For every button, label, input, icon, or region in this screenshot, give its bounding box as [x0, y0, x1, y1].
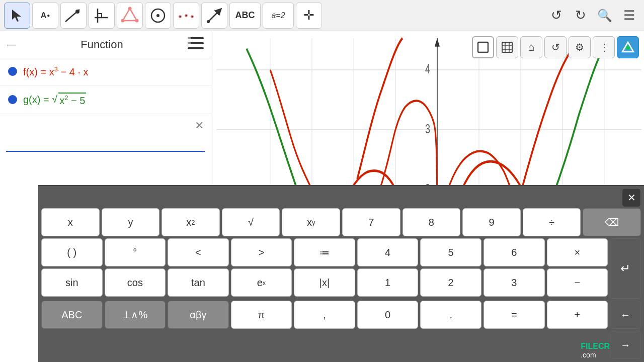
keyboard-rows-2-3: ( ) ° < > ≔ 4 5 6 × sin cos tan ex |x| 1	[41, 238, 608, 299]
key-gt[interactable]: >	[231, 238, 292, 266]
key-0[interactable]: 0	[357, 301, 419, 329]
function-item-g[interactable]: g(x) = √x2 − 5	[0, 85, 211, 115]
tool-vector[interactable]	[201, 3, 227, 29]
key-cos[interactable]: cos	[105, 268, 166, 297]
svg-point-2	[75, 10, 79, 14]
graph-btn-home[interactable]: ⌂	[520, 36, 542, 58]
function-expression-g: g(x) = √x2 − 5	[23, 93, 86, 107]
menu-button[interactable]: ☰	[618, 5, 640, 27]
key-tan[interactable]: tan	[168, 268, 229, 297]
key-divide[interactable]: ÷	[523, 208, 581, 236]
key-sqrt[interactable]: √	[222, 208, 280, 236]
key-pi[interactable]: π	[231, 301, 292, 329]
keyboard-rows: x y x2 √ xy 7 8 9 ÷ ⌫ ( ) ° < > ≔ 4 5	[38, 208, 644, 362]
key-ex[interactable]: ex	[231, 268, 292, 297]
tool-slider[interactable]: a=2	[263, 3, 294, 29]
tool-move[interactable]: ✛	[296, 3, 322, 29]
graph-fx-line2	[521, 42, 579, 193]
key-abs[interactable]: |x|	[294, 268, 355, 297]
key-4[interactable]: 4	[357, 238, 419, 266]
keyboard-row-4: ABC ⊥∧% αβγ π , 0 . = +	[41, 301, 608, 329]
key-1[interactable]: 1	[357, 268, 419, 297]
sidebar-header: — Function	[0, 31, 211, 58]
tool-conic[interactable]	[173, 3, 199, 29]
tool-point[interactable]: A ●	[32, 3, 58, 29]
key-sin[interactable]: sin	[41, 268, 103, 297]
redo-button[interactable]: ↻	[570, 5, 592, 27]
key-enter[interactable]: ↵	[610, 238, 641, 299]
key-x[interactable]: x	[41, 208, 100, 236]
sidebar-menu-button[interactable]	[188, 36, 204, 53]
svg-marker-0	[12, 10, 21, 22]
svg-rect-24	[188, 37, 191, 39]
tool-perpendicular[interactable]	[89, 3, 115, 29]
key-arrow-right[interactable]: →	[610, 331, 641, 359]
key-minus[interactable]: −	[547, 268, 608, 297]
svg-text:4: 4	[425, 62, 430, 76]
graph-btn-grid[interactable]	[496, 36, 518, 58]
svg-marker-52	[435, 38, 440, 47]
key-abc[interactable]: ABC	[41, 301, 103, 329]
svg-point-34	[626, 46, 630, 50]
key-y[interactable]: y	[102, 208, 160, 236]
function-input[interactable]	[6, 133, 205, 152]
function-item-f[interactable]: f(x) = x3 − 4 · x	[0, 58, 211, 85]
function-dot-g	[8, 95, 17, 104]
key-2[interactable]: 2	[420, 268, 481, 297]
tool-polygon[interactable]	[117, 3, 143, 29]
keyboard-row-1: x y x2 √ xy 7 8 9 ÷ ⌫	[41, 208, 641, 236]
input-close-button[interactable]: ✕	[195, 119, 204, 132]
svg-rect-25	[188, 42, 191, 44]
keyboard-row-2: ( ) ° < > ≔ 4 5 6 ×	[41, 238, 608, 266]
graph-btn-settings[interactable]: ⚙	[569, 36, 591, 58]
key-5[interactable]: 5	[420, 238, 481, 266]
key-multiply[interactable]: ×	[547, 238, 608, 266]
key-8[interactable]: 8	[403, 208, 461, 236]
key-assign[interactable]: ≔	[294, 238, 355, 266]
key-parens[interactable]: ( )	[41, 238, 103, 266]
svg-point-16	[180, 16, 181, 17]
tool-line[interactable]	[60, 3, 87, 29]
graph-btn-border[interactable]	[472, 36, 494, 58]
key-3[interactable]: 3	[484, 268, 545, 297]
keyboard-close-button[interactable]: ✕	[622, 188, 641, 207]
sidebar-title: Function	[80, 38, 123, 51]
tool-circle[interactable]	[145, 3, 171, 29]
key-6[interactable]: 6	[484, 238, 545, 266]
keyboard-row-4-container: ABC ⊥∧% αβγ π , 0 . = +	[41, 301, 608, 359]
collapse-button[interactable]: —	[7, 39, 16, 50]
key-symbols[interactable]: ⊥∧%	[105, 301, 166, 329]
svg-rect-26	[478, 42, 488, 52]
virtual-keyboard: ✕ x y x2 √ xy 7 8 9 ÷ ⌫ ( ) ° < > ≔	[38, 185, 644, 362]
svg-point-17	[186, 15, 187, 16]
key-x2[interactable]: x2	[162, 208, 220, 236]
key-plus[interactable]: +	[547, 301, 608, 329]
key-arrow-left[interactable]: ←	[610, 301, 641, 329]
key-backspace[interactable]: ⌫	[583, 208, 641, 236]
key-degree[interactable]: °	[105, 238, 166, 266]
svg-rect-31	[502, 42, 512, 52]
key-greek[interactable]: αβγ	[168, 301, 229, 329]
key-7[interactable]: 7	[342, 208, 400, 236]
keyboard-row-3: sin cos tan ex |x| 1 2 3 −	[41, 268, 608, 297]
keyboard-row-4-wrapper: ABC ⊥∧% αβγ π , 0 . = + ← →	[41, 301, 641, 359]
search-button[interactable]: 🔍	[594, 5, 616, 27]
key-equals[interactable]: =	[484, 301, 545, 329]
svg-rect-23	[188, 47, 204, 49]
graph-btn-geogebra[interactable]	[617, 36, 639, 58]
key-comma[interactable]: ,	[294, 301, 355, 329]
key-9[interactable]: 9	[462, 208, 521, 236]
function-dot-f	[8, 67, 17, 76]
tool-pointer[interactable]	[4, 3, 30, 29]
svg-marker-7	[123, 9, 137, 21]
undo-button[interactable]: ↺	[545, 5, 568, 27]
key-dot[interactable]: .	[420, 301, 481, 329]
key-xy[interactable]: xy	[282, 208, 340, 236]
key-lt[interactable]: <	[168, 238, 229, 266]
graph-toolbar: ⌂ ↺ ⚙ ⋮	[472, 36, 639, 58]
graph-btn-dots[interactable]: ⋮	[593, 36, 615, 58]
tool-text[interactable]: ABC	[229, 3, 261, 29]
svg-point-9	[135, 19, 139, 22]
svg-text:3: 3	[425, 122, 430, 136]
graph-btn-rotate[interactable]: ↺	[544, 36, 567, 58]
